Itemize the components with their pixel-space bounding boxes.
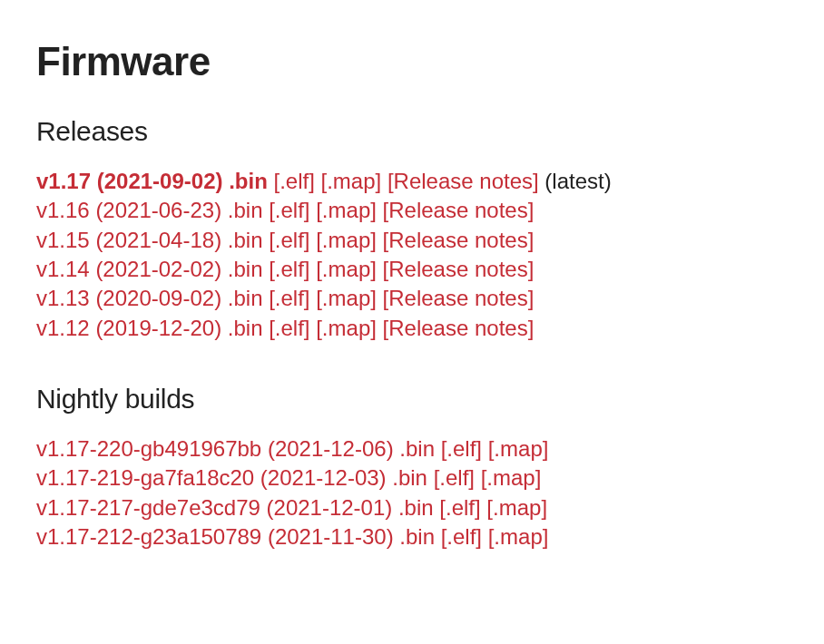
release-release-notes-link[interactable]: [Release notes] — [387, 169, 539, 193]
release-row: v1.15 (2021-04-18) .bin [.elf] [.map] [R… — [36, 226, 788, 255]
release-release-notes-link[interactable]: [Release notes] — [383, 286, 535, 310]
release-row: v1.16 (2021-06-23) .bin [.elf] [.map] [R… — [36, 196, 788, 225]
release-bin-link[interactable]: v1.15 (2021-04-18) .bin — [36, 228, 263, 252]
release-map-link[interactable]: [.map] — [316, 228, 377, 252]
release-suffix: (latest) — [544, 169, 611, 193]
release-map-link[interactable]: [.map] — [321, 169, 382, 193]
release-release-notes-link[interactable]: [Release notes] — [383, 198, 535, 222]
release-map-link[interactable]: [.map] — [486, 495, 547, 520]
release-map-link[interactable]: [.map] — [316, 198, 377, 222]
nightly-section: Nightly builds v1.17-220-gb491967bb (202… — [36, 381, 788, 551]
release-elf-link[interactable]: [.elf] — [441, 436, 482, 461]
releases-list: v1.17 (2021-09-02) .bin [.elf] [.map] [R… — [36, 167, 788, 343]
release-bin-link[interactable]: v1.13 (2020-09-02) .bin — [36, 286, 263, 310]
release-map-link[interactable]: [.map] — [316, 316, 377, 340]
release-row: v1.17 (2021-09-02) .bin [.elf] [.map] [R… — [36, 167, 788, 196]
release-bin-link[interactable]: v1.16 (2021-06-23) .bin — [36, 198, 263, 222]
release-elf-link[interactable]: [.elf] — [269, 316, 309, 340]
release-row: v1.14 (2021-02-02) .bin [.elf] [.map] [R… — [36, 255, 788, 284]
release-release-notes-link[interactable]: [Release notes] — [383, 316, 535, 340]
release-release-notes-link[interactable]: [Release notes] — [383, 257, 535, 281]
release-elf-link[interactable]: [.elf] — [439, 495, 480, 520]
release-map-link[interactable]: [.map] — [316, 257, 377, 281]
release-elf-link[interactable]: [.elf] — [269, 257, 309, 281]
release-map-link[interactable]: [.map] — [481, 465, 542, 490]
release-release-notes-link[interactable]: [Release notes] — [383, 228, 535, 252]
release-bin-link[interactable]: v1.12 (2019-12-20) .bin — [36, 316, 263, 340]
nightly-heading: Nightly builds — [36, 381, 788, 418]
releases-heading: Releases — [36, 113, 788, 151]
release-elf-link[interactable]: [.elf] — [269, 286, 309, 310]
release-elf-link[interactable]: [.elf] — [269, 198, 309, 222]
release-elf-link[interactable]: [.elf] — [269, 228, 309, 252]
release-row: v1.17-217-gde7e3cd79 (2021-12-01) .bin [… — [36, 493, 788, 522]
release-elf-link[interactable]: [.elf] — [434, 465, 475, 490]
release-bin-link[interactable]: v1.17-212-g23a150789 (2021-11-30) .bin — [36, 524, 435, 549]
release-row: v1.17-220-gb491967bb (2021-12-06) .bin [… — [36, 434, 788, 463]
release-row: v1.17-212-g23a150789 (2021-11-30) .bin [… — [36, 522, 788, 551]
nightly-list: v1.17-220-gb491967bb (2021-12-06) .bin [… — [36, 434, 788, 552]
releases-section: Releases v1.17 (2021-09-02) .bin [.elf] … — [36, 113, 788, 343]
release-bin-link[interactable]: v1.17 (2021-09-02) .bin — [36, 169, 268, 193]
release-map-link[interactable]: [.map] — [488, 524, 549, 549]
release-elf-link[interactable]: [.elf] — [441, 524, 482, 549]
release-elf-link[interactable]: [.elf] — [273, 169, 314, 193]
release-row: v1.13 (2020-09-02) .bin [.elf] [.map] [R… — [36, 284, 788, 313]
release-bin-link[interactable]: v1.17-217-gde7e3cd79 (2021-12-01) .bin — [36, 495, 434, 520]
release-map-link[interactable]: [.map] — [316, 286, 377, 310]
release-row: v1.12 (2019-12-20) .bin [.elf] [.map] [R… — [36, 314, 788, 343]
release-row: v1.17-219-ga7fa18c20 (2021-12-03) .bin [… — [36, 463, 788, 493]
release-bin-link[interactable]: v1.17-219-ga7fa18c20 (2021-12-03) .bin — [36, 465, 427, 490]
release-bin-link[interactable]: v1.17-220-gb491967bb (2021-12-06) .bin — [36, 436, 435, 461]
release-bin-link[interactable]: v1.14 (2021-02-02) .bin — [36, 257, 263, 281]
page-title: Firmware — [36, 34, 788, 88]
release-map-link[interactable]: [.map] — [488, 436, 549, 461]
